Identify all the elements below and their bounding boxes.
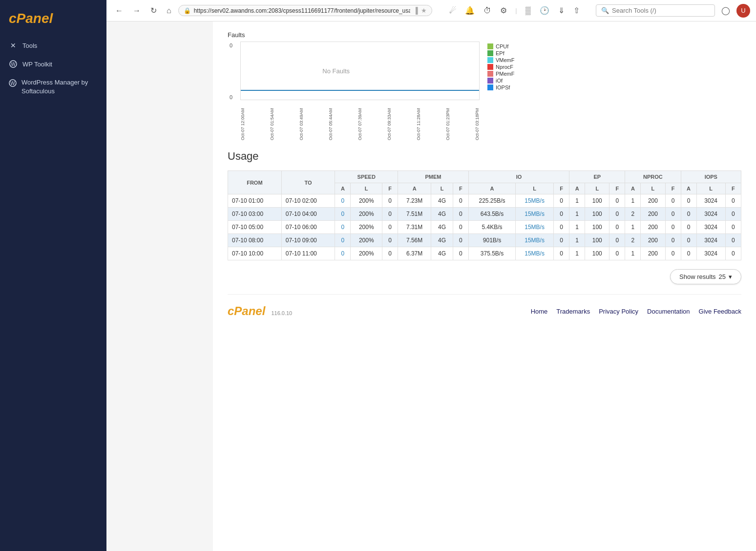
history-icon[interactable]: 🕑 [537,4,552,17]
home-button[interactable]: ⌂ [164,4,174,17]
show-results-button[interactable]: Show results 25 ▾ [670,269,741,284]
search-input[interactable] [612,7,710,14]
notification-icon[interactable]: 🔔 [462,4,477,17]
cell-nproc-f: 0 [665,247,681,260]
th-ep: EP [569,171,625,183]
th-pmem: PMEM [398,171,469,183]
speed-a-link[interactable]: 0 [341,224,345,231]
cell-pmem-l: 4G [431,208,453,221]
th-nproc-l: L [641,183,665,194]
settings-icon[interactable]: ⚙ [498,4,509,17]
th-io-f: F [554,183,569,194]
th-io: IO [468,171,569,183]
footer-link-feedback[interactable]: Give Feedback [699,308,741,315]
th-iops: IOPS [681,171,741,183]
sidebar-item-wp-toolkit[interactable]: W WP Toolkit [0,55,106,73]
avatar[interactable]: U [736,4,750,18]
bell-icon[interactable]: ◯ [719,4,733,17]
cell-speed-f: 0 [382,194,398,208]
search-icon: 🔍 [601,7,609,14]
io-l-link[interactable]: 15MB/s [525,197,545,204]
legend-label: IOPSf [496,85,510,90]
legend-label: VMemF [496,57,515,63]
cell-ep-a: 1 [569,247,585,260]
footer-link-trademarks[interactable]: Trademarks [556,308,590,315]
cell-pmem-f: 0 [453,194,468,208]
tools-icon: ✕ [9,41,18,50]
cell-io-f: 0 [554,208,569,221]
cell-from: 07-10 03:00 [228,208,282,221]
cell-io-a: 375.5B/s [468,247,515,260]
speed-a-link[interactable]: 0 [341,237,345,244]
cell-nproc-f: 0 [665,194,681,208]
url-input[interactable] [194,7,411,14]
cell-iops-f: 0 [725,234,741,247]
th-from: From [228,171,282,194]
io-l-link[interactable]: 15MB/s [525,224,545,231]
cell-pmem-a: 7.23M [398,194,431,208]
cell-to: 07-10 04:00 [281,208,335,221]
speed-a-link[interactable]: 0 [341,211,345,217]
cell-ep-f: 0 [609,208,625,221]
cell-iops-a: 0 [681,221,696,234]
cell-io-f: 0 [554,221,569,234]
timer-icon[interactable]: ⏱ [481,5,494,17]
legend-label: EPf [496,50,504,56]
cell-io-l: 15MB/s [516,247,554,260]
speed-a-link[interactable]: 0 [341,250,345,257]
back-button[interactable]: ← [112,4,126,17]
cell-nproc-f: 0 [665,234,681,247]
search-bar[interactable]: 🔍 [596,4,715,17]
io-l-link[interactable]: 15MB/s [525,250,545,257]
footer-link-privacy[interactable]: Privacy Policy [599,308,638,315]
th-nproc-f: F [665,183,681,194]
cell-ep-a: 1 [569,221,585,234]
cell-ep-f: 0 [609,234,625,247]
main-content: Faults 0 No Faults 0 Oct-07 12:00AMOct-0… [213,21,756,551]
sidebar-item-tools[interactable]: ✕ Tools [0,36,106,55]
cell-pmem-f: 0 [453,208,468,221]
chart-x-label: Oct-07 12:00AM [240,101,245,140]
svg-text:W: W [11,62,16,67]
th-speed: SPEED [335,171,398,183]
speed-a-link[interactable]: 0 [341,197,345,204]
cell-io-a: 643.5B/s [468,208,515,221]
io-l-link[interactable]: 15MB/s [525,237,545,244]
cell-io-a: 225.25B/s [468,194,515,208]
legend-item: CPUf [487,43,515,49]
cell-iops-l: 3024 [696,234,725,247]
cell-to: 07-10 02:00 [281,194,335,208]
cell-nproc-a: 1 [625,247,641,260]
legend-item: IOPSf [487,85,515,90]
cell-iops-l: 3024 [696,194,725,208]
cell-iops-a: 0 [681,247,696,260]
io-l-link[interactable]: 15MB/s [525,211,545,217]
sidebar-item-wp-manager[interactable]: W WordPress Manager by Softaculous [0,73,106,101]
cell-nproc-l: 200 [641,194,665,208]
url-bar[interactable]: 🔒 ▐ ★ [178,5,432,16]
extensions-icon[interactable]: ☄ [447,4,459,17]
cell-iops-a: 0 [681,208,696,221]
footer-link-docs[interactable]: Documentation [647,308,690,315]
footer-link-home[interactable]: Home [531,308,548,315]
topbar: ← → ↻ ⌂ 🔒 ▐ ★ ☄ 🔔 ⏱ ⚙ | ▒ 🕑 ⇓ ⇧ 🔍 ◯ U [106,0,756,21]
th-speed-l: L [351,183,382,194]
usage-table: From To SPEED PMEM IO EP NPROC IOPS A L … [228,170,741,260]
cell-iops-l: 3024 [696,208,725,221]
cell-pmem-l: 4G [431,221,453,234]
th-pmem-l: L [431,183,453,194]
cell-nproc-a: 1 [625,221,641,234]
cell-nproc-l: 200 [641,221,665,234]
cell-ep-l: 100 [585,208,609,221]
forward-button[interactable]: → [130,4,144,17]
show-results-label: Show results [679,273,715,280]
split-view-icon[interactable]: ▒ [523,5,533,17]
wp-toolkit-icon: W [9,60,18,68]
share-icon[interactable]: ⇧ [571,4,582,17]
usage-title: Usage [228,150,741,163]
cell-nproc-l: 200 [641,247,665,260]
legend-label: iOf [496,78,503,84]
reload-button[interactable]: ↻ [147,4,160,17]
download-icon[interactable]: ⇓ [556,4,567,17]
th-ep-f: F [609,183,625,194]
